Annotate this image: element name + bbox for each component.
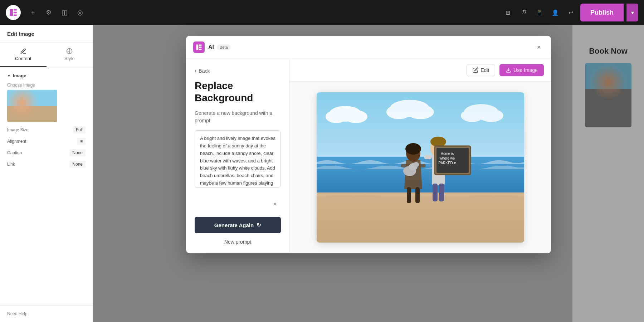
more-icon[interactable]: ↩ — [565, 6, 577, 19]
settings-icon[interactable]: ⚙ — [42, 6, 55, 19]
new-prompt-link[interactable]: New prompt — [195, 239, 281, 245]
link-label: Link — [7, 162, 15, 167]
publish-dropdown-button[interactable]: ▾ — [626, 4, 638, 21]
prompt-textarea[interactable] — [195, 130, 281, 187]
prompt-wrapper: ✦ — [195, 130, 281, 211]
svg-point-35 — [413, 162, 419, 167]
caption-label: Caption — [7, 150, 22, 155]
svg-text:where we: where we — [439, 156, 455, 160]
use-image-label: Use Image — [513, 67, 538, 73]
elementor-logo[interactable] — [6, 5, 21, 20]
caption-value[interactable]: None — [69, 149, 86, 156]
need-help-link[interactable]: Need Help — [7, 311, 28, 316]
svg-rect-0 — [10, 9, 13, 16]
svg-point-16 — [407, 105, 434, 119]
svg-rect-36 — [407, 187, 411, 203]
svg-rect-5 — [196, 45, 199, 50]
add-icon[interactable]: ＋ — [26, 6, 39, 19]
edit-icon — [473, 67, 478, 73]
back-chevron-icon: ‹ — [195, 68, 196, 74]
svg-rect-32 — [419, 164, 426, 167]
svg-rect-7 — [199, 47, 202, 48]
svg-rect-27 — [433, 184, 438, 201]
download-icon — [506, 67, 511, 73]
svg-rect-3 — [14, 14, 17, 16]
back-label: Back — [199, 68, 210, 74]
responsive-icon[interactable]: 📱 — [533, 6, 546, 19]
tab-style-label: Style — [64, 56, 75, 61]
generate-again-label: Generate Again — [214, 222, 254, 228]
svg-text:PARKED ♥: PARKED ♥ — [438, 161, 456, 165]
svg-point-12 — [326, 110, 347, 123]
sidebar-header: Edit Image — [0, 25, 93, 43]
modal-logo — [193, 42, 205, 53]
sidebar-content: Image Choose Image Image Size Full Align… — [0, 67, 93, 174]
generate-icon: ↻ — [257, 222, 261, 228]
tab-style[interactable]: Style — [47, 43, 93, 67]
modal-beta-badge: Beta — [217, 44, 231, 50]
svg-point-24 — [430, 137, 446, 147]
sidebar-tabs: Content Style — [0, 43, 93, 67]
modal-heading: Replace Background — [195, 80, 281, 104]
ai-modal: AI Beta × ‹ Back Replace Background Gene… — [186, 36, 551, 253]
svg-rect-8 — [199, 49, 202, 50]
modal-body: ‹ Back Replace Background Generate a new… — [186, 59, 551, 253]
caption-row: Caption None — [7, 149, 86, 156]
image-size-label: Image Size — [7, 127, 29, 132]
link-value[interactable]: None — [69, 161, 86, 168]
user-icon[interactable]: 👤 — [549, 6, 562, 19]
layers-icon[interactable]: ◫ — [58, 6, 71, 19]
modal-right-panel: Edit Use Image — [290, 59, 551, 253]
svg-point-13 — [345, 110, 367, 123]
edit-button[interactable]: Edit — [467, 64, 495, 76]
modal-subtext: Generate a new background with a prompt. — [195, 109, 281, 125]
modal-toolbar: Edit Use Image — [290, 59, 551, 82]
svg-rect-25 — [424, 155, 432, 159]
alignment-label: Alignment — [7, 139, 26, 144]
history-icon[interactable]: ⏱ — [517, 6, 530, 19]
preview-icon[interactable]: ⊞ — [502, 6, 514, 19]
tab-content[interactable]: Content — [0, 43, 47, 67]
image-size-row: Image Size Full — [7, 126, 86, 133]
image-size-value[interactable]: Full — [73, 126, 86, 133]
shape-icon[interactable]: ◎ — [74, 6, 87, 19]
svg-rect-28 — [439, 184, 444, 201]
modal-header: AI Beta × — [186, 36, 551, 59]
modal-image-area: Home is where we PARKED ♥ — [290, 82, 551, 253]
svg-point-30 — [405, 143, 421, 155]
alignment-row: Alignment ≡ — [7, 138, 86, 145]
svg-rect-1 — [14, 9, 17, 10]
generated-image: Home is where we PARKED ♥ — [317, 92, 524, 243]
edit-label: Edit — [480, 67, 489, 73]
top-bar: ＋ ⚙ ◫ ◎ ⊞ ⏱ 📱 👤 ↩ Publish ▾ — [0, 0, 644, 25]
tab-content-label: Content — [15, 56, 31, 61]
modal-ai-label: AI — [208, 44, 214, 50]
link-row: Link None — [7, 161, 86, 168]
sidebar-footer: Need Help — [0, 305, 93, 322]
image-preview[interactable] — [7, 90, 57, 122]
alignment-value[interactable]: ≡ — [77, 138, 86, 145]
svg-point-19 — [479, 109, 503, 122]
top-bar-actions: ⊞ ⏱ 📱 👤 ↩ Publish ▾ — [502, 4, 638, 21]
use-image-button[interactable]: Use Image — [499, 64, 544, 76]
svg-rect-2 — [14, 12, 17, 13]
svg-rect-37 — [415, 187, 420, 203]
back-button[interactable]: ‹ Back — [195, 68, 281, 74]
modal-close-button[interactable]: × — [534, 42, 544, 52]
magic-icon[interactable]: ✦ — [273, 201, 277, 208]
left-sidebar: Edit Image Content Style Image Choose Im… — [0, 25, 93, 322]
modal-left-panel: ‹ Back Replace Background Generate a new… — [186, 59, 290, 253]
publish-button[interactable]: Publish — [580, 4, 624, 21]
choose-image-label: Choose Image — [7, 83, 86, 88]
generate-again-button[interactable]: Generate Again ↻ — [195, 217, 281, 233]
svg-rect-6 — [199, 45, 202, 46]
modal-overlay: AI Beta × ‹ Back Replace Background Gene… — [93, 25, 644, 322]
sidebar-section-image[interactable]: Image — [7, 73, 86, 78]
svg-text:Home is: Home is — [441, 152, 454, 156]
